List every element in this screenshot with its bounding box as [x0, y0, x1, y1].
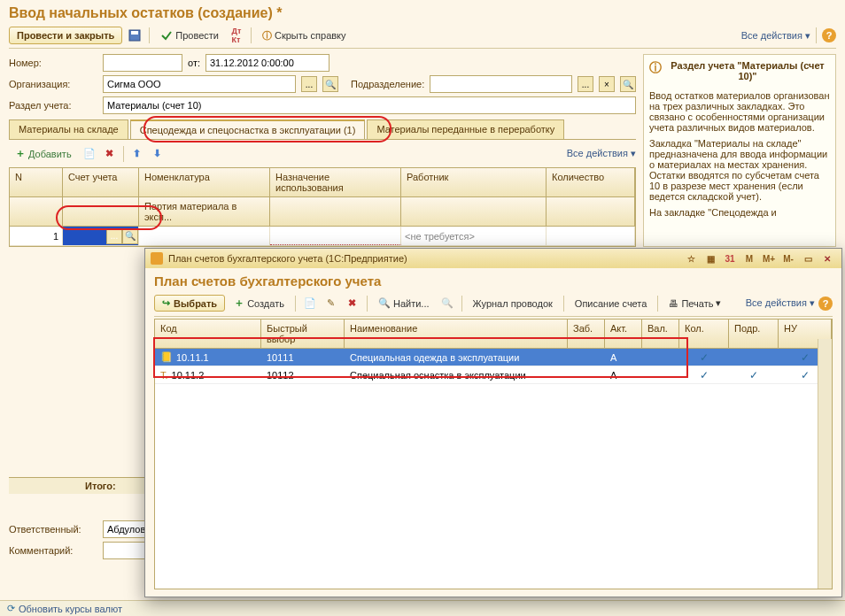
from-label: от:: [188, 58, 200, 68]
cell-acc[interactable]: ... 🔍: [63, 227, 139, 245]
col-nom[interactable]: Номенклатура: [139, 168, 270, 196]
modal-title: План счетов бухгалтерского учета: [154, 273, 833, 289]
help-icon[interactable]: ?: [822, 28, 836, 42]
dept-label: Подразделение:: [351, 79, 424, 89]
col-n[interactable]: N: [10, 168, 63, 196]
modal-toolbar: ↪Выбрать ＋Создать 📄 ✎ ✖ 🔍Найти... 🔍 Журн…: [154, 294, 833, 317]
grid-add-button[interactable]: ＋Добавить: [9, 143, 78, 164]
table-row[interactable]: T.10.11.2 10112 Специальная оснастка в э…: [155, 366, 832, 384]
number-label: Номер:: [9, 58, 97, 68]
scrollbar[interactable]: [818, 339, 832, 589]
page-title: Ввод начальных остатков (создание) *: [9, 5, 836, 21]
grid-all-actions-link[interactable]: Все действия ▾: [567, 148, 636, 159]
statusbar: ⟳ Обновить курсы валют: [0, 600, 845, 616]
edit-icon[interactable]: ✎: [322, 295, 340, 312]
tab-processing[interactable]: Материалы переданные в переработку: [367, 119, 564, 139]
accounts-grid: Код Быстрый выбор Наименование Заб. Акт.…: [154, 319, 833, 589]
mcol-code[interactable]: Код: [155, 320, 261, 348]
org-label: Организация:: [9, 79, 97, 89]
acc-open-button[interactable]: 🔍: [122, 228, 138, 244]
org-field[interactable]: [103, 75, 296, 93]
org-open-button[interactable]: 🔍: [322, 76, 338, 92]
modal-win-title: План счетов бухгалтерского учета (1С:Пре…: [168, 253, 677, 264]
post-and-close-button[interactable]: Провести и закрыть: [9, 27, 122, 44]
table-row[interactable]: 📒10.11.1 10111 Специальная одежда в эксп…: [155, 349, 832, 366]
m-button[interactable]: M: [740, 251, 758, 266]
print-button[interactable]: 🖶Печать ▾: [663, 296, 726, 311]
mcol-sub[interactable]: Подр.: [729, 320, 779, 348]
date-field[interactable]: [205, 54, 329, 72]
help-p1: Ввод остатков материалов организован на …: [649, 90, 830, 133]
all-actions-link[interactable]: Все действия ▾: [741, 30, 810, 42]
modal-help-icon[interactable]: ?: [818, 296, 833, 311]
tab-stock[interactable]: Материалы на складе: [9, 119, 128, 139]
copy-icon[interactable]: 📄: [301, 295, 319, 312]
grid-up-icon[interactable]: ⬆: [128, 145, 146, 163]
mcol-name[interactable]: Наименование: [345, 320, 568, 348]
refresh-icon[interactable]: ⟳: [7, 603, 15, 614]
modal-all-actions[interactable]: Все действия ▾: [746, 297, 815, 309]
dept-field[interactable]: [430, 75, 572, 93]
help-p2: Закладка "Материалы на складе" предназна…: [649, 138, 830, 202]
m-plus-button[interactable]: M+: [760, 251, 778, 266]
section-field[interactable]: [103, 96, 636, 114]
mcol-qty[interactable]: Кол.: [679, 320, 729, 348]
mcol-val[interactable]: Вал.: [642, 320, 679, 348]
desc-button[interactable]: Описание счета: [570, 296, 653, 311]
grid-copy-icon[interactable]: 📄: [81, 145, 98, 163]
grid-delete-icon[interactable]: ✖: [101, 145, 119, 163]
cell-purpose[interactable]: [270, 227, 401, 245]
mcol-quick[interactable]: Быстрый выбор: [261, 320, 345, 348]
svg-rect-1: [131, 31, 138, 35]
hide-help-button[interactable]: ⓘСкрыть справку: [257, 27, 352, 44]
modal-fav-icon[interactable]: ☆: [682, 251, 700, 266]
update-rates-link[interactable]: Обновить курсы валют: [19, 604, 122, 614]
acc-select-button[interactable]: ...: [106, 228, 122, 244]
modal-close-icon[interactable]: ✕: [818, 251, 836, 266]
dt-kt-icon[interactable]: ДтКт: [228, 27, 245, 44]
help-p3: На закладке "Спецодежда и: [649, 207, 830, 218]
col-worker[interactable]: Работник: [401, 168, 547, 196]
org-select-button[interactable]: ...: [301, 76, 317, 92]
section-label: Раздел учета:: [9, 100, 97, 111]
del-icon[interactable]: ✖: [344, 295, 361, 312]
find-button[interactable]: 🔍Найти...: [373, 296, 435, 311]
dept-open-button[interactable]: 🔍: [620, 76, 636, 92]
col-acc[interactable]: Счет учета: [63, 168, 139, 196]
modal-calc-icon[interactable]: ▦: [702, 251, 719, 266]
table-row[interactable]: 1 ... 🔍 <не требуется>: [10, 227, 635, 246]
col-purpose[interactable]: Назначение использования: [270, 168, 401, 196]
tab-spec[interactable]: Спецодежда и спецоснастка в эксплуатации…: [130, 119, 366, 139]
clear-find-icon[interactable]: 🔍: [438, 295, 456, 312]
cell-nom[interactable]: [139, 227, 270, 245]
select-button[interactable]: ↪Выбрать: [154, 295, 225, 312]
create-button[interactable]: ＋Создать: [229, 294, 290, 312]
app-icon: [151, 252, 163, 265]
dept-select-button[interactable]: ...: [578, 76, 593, 92]
number-field[interactable]: [103, 54, 182, 72]
comment-label: Комментарий:: [9, 545, 97, 556]
mcol-act[interactable]: Акт.: [605, 320, 642, 348]
modal-min-icon[interactable]: ▭: [799, 251, 817, 266]
save-icon[interactable]: [126, 27, 143, 44]
m-minus-button[interactable]: M-: [779, 251, 797, 266]
help-title: Раздел учета "Материалы (счет 10)": [665, 60, 830, 81]
main-toolbar: Провести и закрыть Провести ДтКт ⓘСкрыть…: [9, 27, 836, 49]
col-batch[interactable]: Партия материала в эксп...: [139, 197, 270, 226]
main-grid: N Счет учета Номенклатура Назначение исп…: [9, 167, 636, 247]
dept-clear-button[interactable]: ×: [599, 76, 615, 92]
modal-cal-icon[interactable]: 31: [721, 251, 739, 266]
col-qty[interactable]: Количество: [547, 168, 635, 196]
post-button[interactable]: Провести: [155, 27, 224, 43]
journal-button[interactable]: Журнал проводок: [468, 296, 558, 311]
cell-worker: <не требуется>: [401, 227, 547, 245]
info-icon: ⓘ: [649, 60, 662, 76]
mcol-zab[interactable]: Заб.: [568, 320, 605, 348]
chart-of-accounts-modal: План счетов бухгалтерского учета (1С:Пре…: [144, 248, 842, 597]
cell-qty[interactable]: [547, 227, 635, 245]
help-panel: ⓘ Раздел учета "Материалы (счет 10)" Вво…: [643, 54, 836, 247]
resp-label: Ответственный:: [9, 524, 97, 535]
modal-titlebar[interactable]: План счетов бухгалтерского учета (1С:Пре…: [145, 249, 841, 268]
cell-n: 1: [10, 227, 63, 245]
grid-down-icon[interactable]: ⬇: [149, 145, 167, 163]
